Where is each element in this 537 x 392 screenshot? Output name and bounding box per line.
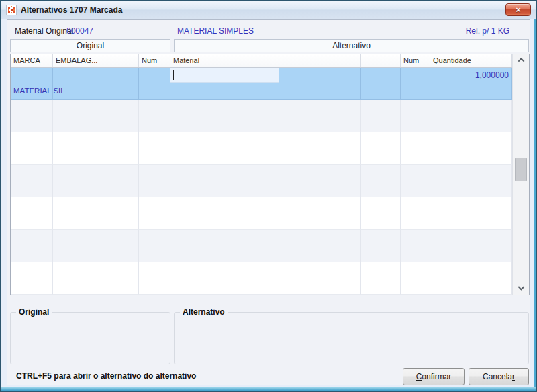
quantidade-value: 1,000000 bbox=[430, 70, 509, 80]
table-cell bbox=[170, 230, 279, 262]
groupbox-alternativo-label: Alternativo bbox=[180, 307, 228, 317]
window-frame-accent-right bbox=[534, 19, 536, 387]
table-cell bbox=[401, 197, 430, 230]
table-cell bbox=[322, 197, 361, 230]
table-cell bbox=[170, 197, 279, 230]
selected-row-marca-value: MATERIAL SIMPLES bbox=[13, 87, 62, 95]
column-header[interactable]: Num bbox=[139, 54, 170, 67]
table-cell bbox=[99, 262, 139, 295]
table-cell bbox=[99, 165, 139, 197]
table-row[interactable] bbox=[11, 100, 512, 132]
relation-label: Rel. p/ 1 KG bbox=[466, 26, 509, 36]
selected-row[interactable]: 1,000000 MATERIAL SIMPLES bbox=[11, 68, 512, 100]
selected-row-cell bbox=[139, 68, 170, 100]
selected-row-cell bbox=[401, 68, 430, 100]
table-cell bbox=[170, 132, 279, 164]
table-cell bbox=[361, 165, 401, 197]
table-cell bbox=[401, 132, 430, 164]
grid-body: MARCAEMBALAG...NumMaterialNumQuantidade … bbox=[11, 54, 512, 295]
selected-row-cell bbox=[11, 68, 53, 100]
table-cell bbox=[430, 100, 512, 132]
table-cell bbox=[11, 132, 53, 164]
chevron-up-icon bbox=[518, 58, 524, 64]
text-caret bbox=[173, 70, 174, 80]
table-cell bbox=[361, 132, 401, 164]
table-cell bbox=[322, 165, 361, 197]
table-cell bbox=[430, 262, 512, 295]
material-original-code: 000047 bbox=[66, 26, 93, 36]
scroll-up-button[interactable] bbox=[513, 54, 529, 66]
vertical-scrollbar[interactable] bbox=[512, 54, 529, 295]
table-row[interactable] bbox=[11, 165, 512, 197]
column-header[interactable]: Num bbox=[401, 54, 430, 67]
table-cell bbox=[279, 230, 322, 262]
groupbox-alternativo: Alternativo bbox=[174, 312, 529, 364]
table-cell bbox=[53, 230, 99, 262]
table-cell bbox=[53, 165, 99, 197]
confirm-button[interactable]: Confirmar bbox=[403, 368, 465, 385]
table-cell bbox=[361, 262, 401, 295]
table-row[interactable] bbox=[11, 230, 512, 262]
band-header-alternativo: Alternativo bbox=[174, 39, 529, 52]
table-cell bbox=[430, 132, 512, 164]
alternatives-grid[interactable]: MARCAEMBALAG...NumMaterialNumQuantidade … bbox=[10, 54, 530, 295]
close-button[interactable]: × bbox=[505, 3, 531, 16]
table-cell bbox=[401, 165, 430, 197]
table-cell bbox=[401, 230, 430, 262]
table-cell bbox=[139, 100, 170, 132]
table-cell bbox=[99, 230, 139, 262]
selected-row-cell bbox=[322, 68, 361, 100]
table-row[interactable] bbox=[11, 197, 512, 230]
column-header[interactable]: MARCA bbox=[11, 54, 53, 67]
empty-rows bbox=[11, 100, 512, 295]
shortcut-hint: CTRL+F5 para abrir o alternativo do alte… bbox=[16, 371, 196, 381]
groupbox-original: Original bbox=[10, 312, 170, 364]
table-cell bbox=[53, 132, 99, 164]
table-cell bbox=[53, 100, 99, 132]
column-header[interactable] bbox=[322, 54, 361, 67]
column-header[interactable] bbox=[361, 54, 401, 67]
column-header[interactable]: Quantidade bbox=[430, 54, 512, 67]
scroll-down-button[interactable] bbox=[513, 283, 529, 295]
scrollbar-thumb[interactable] bbox=[515, 158, 527, 181]
table-cell bbox=[11, 197, 53, 230]
table-cell bbox=[361, 197, 401, 230]
table-cell bbox=[139, 230, 170, 262]
close-icon: × bbox=[516, 5, 521, 15]
material-edit-cell[interactable] bbox=[170, 68, 279, 83]
table-cell bbox=[430, 230, 512, 262]
table-cell bbox=[11, 230, 53, 262]
table-cell bbox=[11, 262, 53, 295]
table-cell bbox=[139, 165, 170, 197]
table-cell bbox=[430, 165, 512, 197]
table-cell bbox=[139, 132, 170, 164]
table-cell bbox=[53, 197, 99, 230]
table-cell bbox=[170, 100, 279, 132]
table-cell bbox=[99, 100, 139, 132]
table-row[interactable] bbox=[11, 132, 512, 164]
column-header[interactable]: Material bbox=[170, 54, 279, 67]
table-cell bbox=[279, 132, 322, 164]
table-cell bbox=[279, 165, 322, 197]
window-frame-accent-bottom bbox=[1, 387, 536, 391]
table-cell bbox=[430, 197, 512, 230]
table-cell bbox=[322, 100, 361, 132]
groupbox-original-label: Original bbox=[16, 307, 52, 317]
cancel-button[interactable]: Cancelar bbox=[469, 368, 529, 385]
table-cell bbox=[401, 100, 430, 132]
column-header[interactable]: EMBALAG... bbox=[53, 54, 99, 67]
window-title: Alternativos 1707 Marcada bbox=[21, 5, 122, 15]
table-cell bbox=[139, 197, 170, 230]
table-cell bbox=[99, 132, 139, 164]
column-header[interactable] bbox=[99, 54, 139, 67]
band-header-original: Original bbox=[10, 39, 170, 52]
table-cell bbox=[322, 230, 361, 262]
table-cell bbox=[322, 132, 361, 164]
column-header[interactable] bbox=[279, 54, 322, 67]
title-bar[interactable]: Alternativos 1707 Marcada × bbox=[1, 1, 536, 19]
table-cell bbox=[322, 262, 361, 295]
table-cell bbox=[361, 100, 401, 132]
table-row[interactable] bbox=[11, 262, 512, 295]
table-cell bbox=[401, 262, 430, 295]
table-cell bbox=[53, 262, 99, 295]
